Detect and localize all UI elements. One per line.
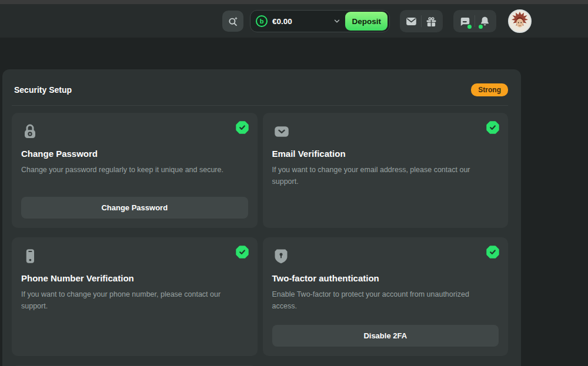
email-verification-card: Email Verification If you want to change… bbox=[263, 113, 509, 228]
change-password-card: Change Password Change your password reg… bbox=[12, 113, 258, 228]
verified-check-badge bbox=[236, 121, 249, 134]
security-strength-badge: Strong bbox=[471, 83, 508, 96]
disable-2fa-button[interactable]: Disable 2FA bbox=[272, 325, 499, 347]
topbar-controls: b €0.00 Deposit bbox=[222, 9, 532, 33]
messages-rewards-group bbox=[400, 10, 443, 32]
mail-icon bbox=[405, 15, 417, 28]
notifications-dot bbox=[479, 25, 483, 29]
card-title: Email Verification bbox=[272, 149, 346, 159]
page-title: Security Setup bbox=[14, 85, 72, 95]
top-navigation-bar: b €0.00 Deposit bbox=[0, 4, 588, 38]
card-title: Phone Number Verification bbox=[21, 273, 134, 283]
verified-check-badge bbox=[486, 246, 499, 258]
top-edge-strip bbox=[0, 0, 588, 4]
gift-button[interactable] bbox=[423, 12, 440, 30]
phone-verification-card: Phone Number Verification If you want to… bbox=[12, 237, 258, 356]
avatar[interactable] bbox=[508, 9, 532, 33]
balance-amount: €0.00 bbox=[272, 17, 292, 26]
card-description: Enable Two-factor to protect your accoun… bbox=[272, 289, 491, 312]
verified-check-badge bbox=[236, 246, 249, 258]
mail-button[interactable] bbox=[403, 12, 420, 30]
two-factor-card: Two-factor authentication Enable Two-fac… bbox=[263, 237, 509, 356]
card-description: If you want to change your phone number,… bbox=[21, 289, 240, 312]
divider bbox=[12, 105, 508, 106]
panel-header: Security Setup Strong bbox=[12, 83, 508, 96]
chat-notifications-group bbox=[453, 10, 496, 32]
deposit-button[interactable]: Deposit bbox=[345, 12, 387, 31]
balance-currency-dropdown[interactable]: b €0.00 Deposit bbox=[250, 10, 390, 32]
divider bbox=[475, 15, 475, 27]
card-description: If you want to change your email address… bbox=[272, 164, 491, 187]
shield-icon bbox=[272, 247, 290, 266]
change-password-button[interactable]: Change Password bbox=[21, 197, 248, 219]
verified-check-badge bbox=[486, 121, 499, 134]
coin-icon: b bbox=[256, 15, 268, 27]
search-icon bbox=[227, 15, 239, 28]
card-title: Two-factor authentication bbox=[272, 273, 379, 283]
chat-button[interactable] bbox=[456, 12, 473, 30]
security-cards-grid: Change Password Change your password reg… bbox=[12, 113, 508, 356]
phone-icon bbox=[21, 247, 39, 266]
search-button[interactable] bbox=[222, 11, 243, 32]
card-title: Change Password bbox=[21, 149, 98, 159]
security-setup-panel: Security Setup Strong Change Password Ch… bbox=[2, 69, 521, 366]
divider bbox=[421, 15, 422, 27]
chevron-down-icon bbox=[333, 17, 341, 25]
notifications-button[interactable] bbox=[476, 12, 493, 30]
lock-icon bbox=[21, 122, 39, 141]
chat-unread-dot bbox=[467, 25, 472, 29]
card-description: Change your password regularly to keep i… bbox=[21, 164, 223, 176]
gift-icon bbox=[425, 15, 437, 28]
envelope-icon bbox=[272, 122, 291, 141]
